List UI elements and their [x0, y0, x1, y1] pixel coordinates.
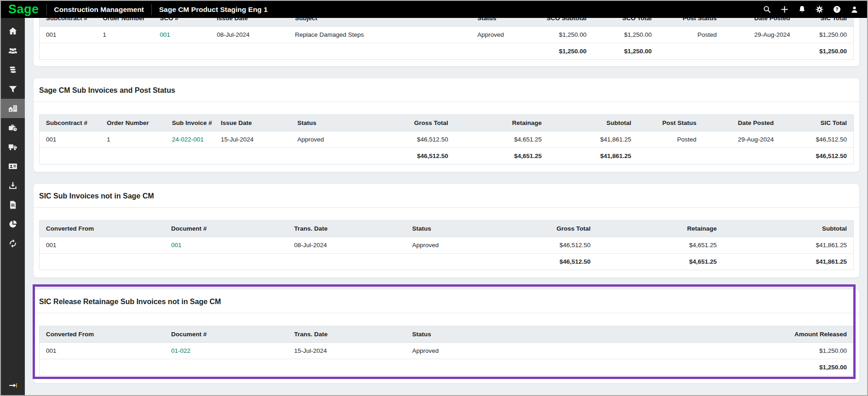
highlighted-card-wrap: SIC Release Retainage Sub Invoices not i… — [33, 289, 860, 384]
account-icon[interactable] — [847, 2, 862, 17]
card-sic-release-retainage: SIC Release Retainage Sub Invoices not i… — [33, 289, 860, 384]
add-icon[interactable] — [777, 2, 792, 17]
header-row: Subcontract #Order NumberSCO #Issue Date… — [40, 18, 854, 27]
total-cell — [40, 254, 165, 270]
column-header: Subject — [288, 18, 471, 27]
total-cell — [153, 43, 210, 60]
cell: 001 — [40, 27, 97, 43]
column-header: Retainage — [455, 115, 548, 131]
table-row: 001100108-Jul-2024Replace Damaged StepsA… — [40, 27, 854, 43]
column-header: SCO Subtotal — [536, 18, 593, 27]
column-header: Retainage — [597, 221, 724, 237]
product-name[interactable]: Construction Management — [54, 6, 144, 14]
document-link[interactable]: 24-022-001 — [172, 136, 204, 143]
sidebar-item-sync[interactable] — [1, 234, 25, 253]
total-cell — [723, 43, 796, 60]
column-header: Post Status — [658, 18, 723, 27]
sidebar-item-filter[interactable] — [1, 79, 25, 99]
total-cell: $41,861.25 — [548, 148, 638, 164]
sidebar-item-projects[interactable] — [1, 99, 25, 118]
total-cell — [165, 359, 287, 376]
search-icon[interactable] — [760, 2, 774, 17]
cell: $1,250.00 — [536, 27, 593, 43]
column-header: Status — [291, 115, 371, 131]
cell: 001 — [40, 237, 165, 254]
column-header: Order Number — [96, 18, 153, 27]
totals-row: $46,512.50$4,651.25$41,861.25 — [40, 254, 854, 270]
cell: $1,250.00 — [593, 27, 658, 43]
sidebar-item-toolbox[interactable] — [1, 118, 25, 137]
cell: $46,512.50 — [780, 131, 853, 148]
svg-text:?: ? — [835, 7, 838, 12]
sidebar-item-users[interactable] — [1, 41, 25, 60]
card-sic-sub-invoices: SIC Sub Invoices not in Sage CM Converte… — [33, 183, 860, 278]
column-header: Trans. Date — [288, 326, 406, 343]
settings-icon[interactable] — [812, 2, 827, 17]
cell: Approved — [291, 131, 371, 148]
cell: $4,651.25 — [455, 131, 548, 148]
document-link[interactable]: 001 — [160, 31, 170, 38]
header-row: Converted FromDocument #Trans. DateStatu… — [40, 326, 854, 343]
totals-row: $46,512.50$4,651.25$41,861.25$46,512.50 — [40, 148, 854, 164]
column-header: Issue Date — [214, 115, 291, 131]
cell: 001 — [40, 131, 101, 148]
cell: Posted — [638, 131, 703, 148]
totals-row: $1,250.00$1,250.00$1,250.00 — [40, 43, 854, 60]
sic-release-retainage-table: Converted FromDocument #Trans. DateStatu… — [39, 326, 854, 376]
sidebar-item-id-card[interactable] — [1, 157, 25, 176]
sub-change-orders-table: Subcontract #Order NumberSCO #Issue Date… — [39, 18, 854, 60]
cell: 1 — [96, 27, 153, 43]
total-cell — [471, 43, 536, 60]
total-cell — [703, 148, 780, 164]
total-cell: $4,651.25 — [597, 254, 724, 270]
column-header: SCO Total — [593, 18, 658, 27]
table-row: 001124-022-00115-Jul-2024Approved$46,512… — [40, 131, 854, 148]
totals-row: $1,250.00 — [40, 359, 854, 376]
notifications-icon[interactable] — [795, 2, 809, 17]
document-link[interactable]: 001 — [171, 242, 182, 249]
cell: $46,512.50 — [371, 131, 454, 148]
total-cell — [638, 148, 703, 164]
table-wrap: Converted FromDocument #Trans. DateStatu… — [34, 313, 859, 383]
total-cell — [288, 254, 406, 270]
column-header: Subtotal — [723, 221, 853, 237]
cell: 15-Jul-2024 — [288, 343, 406, 359]
sidebar-item-home[interactable] — [1, 22, 25, 41]
total-cell — [291, 148, 371, 164]
expand-sidebar-button[interactable] — [1, 378, 25, 393]
table-row: 00101-02215-Jul-2024Approved$1,250.00 — [40, 343, 854, 359]
column-header: Trans. Date — [288, 221, 406, 237]
card-title: Sage CM Sub Invoices and Post Status — [34, 78, 859, 102]
column-header: SIC Total — [780, 115, 853, 131]
total-cell: $46,512.50 — [371, 148, 454, 164]
sidebar-item-coins[interactable] — [1, 60, 25, 79]
header-row: Converted FromDocument #Trans. DateStatu… — [40, 221, 854, 237]
column-header: SIC Total — [796, 18, 853, 27]
table-row: 00100108-Jul-2024Approved$46,512.50$4,65… — [40, 237, 854, 254]
document-link[interactable]: 01-022 — [171, 347, 190, 354]
environment-name[interactable]: Sage CM Product Staging Eng 1 — [159, 6, 268, 14]
column-header: Subtotal — [548, 115, 638, 131]
sidebar-item-reports[interactable] — [1, 215, 25, 234]
cell: 1 — [100, 131, 166, 148]
total-cell — [166, 148, 214, 164]
help-icon[interactable]: ? — [830, 2, 844, 17]
app-window: Sage Construction Management Sage CM Pro… — [0, 0, 868, 396]
column-header: Sub Invoice # — [166, 115, 214, 131]
cell: $4,651.25 — [597, 237, 724, 254]
total-cell — [214, 148, 291, 164]
sidebar-item-truck[interactable] — [1, 137, 25, 157]
sidebar-item-import[interactable] — [1, 176, 25, 195]
cell: $41,861.25 — [548, 131, 638, 148]
cell: 001 — [165, 237, 287, 254]
cell: $41,861.25 — [723, 237, 853, 254]
total-cell — [96, 43, 153, 60]
cell: Approved — [405, 343, 528, 359]
cell: $1,250.00 — [796, 27, 853, 43]
column-header: Document # — [165, 221, 287, 237]
column-header: Post Status — [638, 115, 703, 131]
column-header: Subcontract # — [40, 18, 97, 27]
sage-logo[interactable]: Sage — [8, 3, 39, 16]
top-bar: Sage Construction Management Sage CM Pro… — [1, 1, 867, 18]
sidebar-item-invoice-doc[interactable] — [1, 195, 25, 215]
